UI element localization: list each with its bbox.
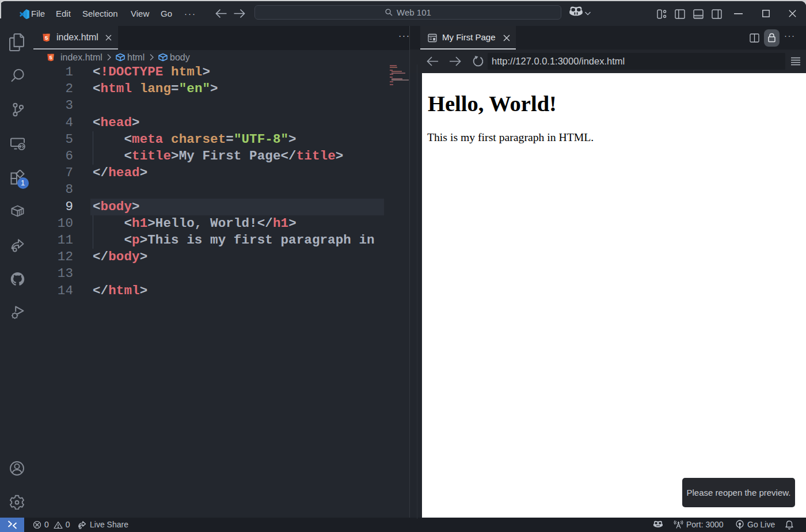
svg-text:5: 5 [49, 55, 52, 60]
svg-text:5: 5 [45, 34, 48, 40]
